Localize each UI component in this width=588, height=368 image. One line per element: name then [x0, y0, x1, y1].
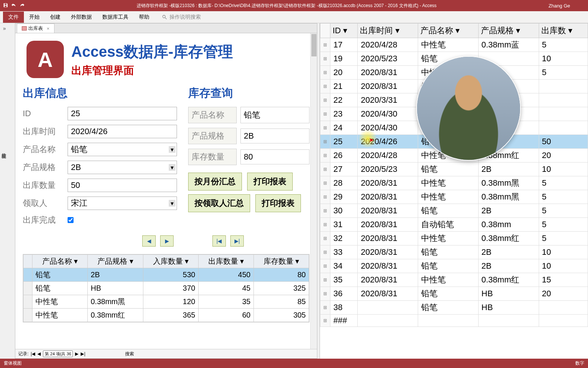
stock-query-title: 库存查询 — [188, 86, 309, 101]
datasheet-header[interactable]: ID ▾ — [330, 24, 358, 38]
time-field[interactable] — [68, 125, 177, 138]
svg-point-0 — [163, 15, 165, 18]
user-name[interactable]: Zhang Ge — [548, 3, 585, 9]
prev-record-button[interactable]: ◀ — [142, 235, 156, 247]
time-label: 出库时间 — [23, 126, 64, 137]
summary-header[interactable]: 入库数量 ▾ — [143, 255, 198, 268]
last-record-button[interactable]: ▶| — [230, 235, 244, 247]
datasheet-row[interactable]: ⊞272020/5/23铅笔2B10 — [320, 163, 588, 176]
spec-label: 产品规格 — [23, 162, 64, 173]
tab-bar: 出库表 × — [15, 24, 317, 33]
numlock-label: 数字 — [575, 360, 584, 367]
person-label: 领取人 — [23, 198, 64, 209]
record-navigator: 记录: |◀ ◀ ▶ ▶| 搜索 — [15, 349, 317, 358]
datasheet-header[interactable]: 产品名称 ▾ — [418, 24, 478, 38]
spec-dropdown[interactable] — [68, 161, 177, 174]
ribbon-create[interactable]: 创建 — [45, 12, 66, 23]
datasheet-row[interactable]: ⊞342020/8/31铅笔2B10 — [320, 259, 588, 273]
nav-next-icon[interactable]: ▶ — [75, 351, 78, 356]
nav-first-icon[interactable]: |◀ — [31, 351, 35, 356]
stock-summary-table: 产品名称 ▾产品规格 ▾入库数量 ▾出库数量 ▾库存数量 ▾铅笔2B530450… — [23, 254, 309, 322]
person-dropdown[interactable] — [68, 197, 177, 210]
first-record-button[interactable]: |◀ — [212, 235, 226, 247]
datasheet-row[interactable]: ⊞302020/8/31铅笔2B5 — [320, 204, 588, 218]
print-report-1-button[interactable]: 打印报表 — [247, 173, 293, 191]
datasheet-row[interactable]: ⊞282020/8/31中性笔0.38mm黑5 — [320, 176, 588, 190]
summary-header[interactable]: 产品名称 ▾ — [32, 255, 88, 268]
datasheet-row[interactable]: ⊞292020/8/31中性笔0.38mm黑5 — [320, 190, 588, 204]
qty-label: 出库数量 — [23, 180, 64, 191]
form-icon — [22, 26, 27, 31]
datasheet-row[interactable]: ⊞### — [320, 315, 588, 327]
page-subtitle: 出库管理界面 — [71, 64, 233, 78]
datasheet-row[interactable]: ⊞332020/8/31铅笔2B10 — [320, 245, 588, 259]
q-qty-label: 库存数量 — [188, 149, 237, 165]
done-label: 出库完成 — [23, 214, 64, 226]
datasheet-row[interactable]: ⊞322020/8/31中性笔0.38mm红5 — [320, 232, 588, 245]
webcam-overlay — [416, 56, 521, 161]
datasheet-row[interactable]: ⊞38铅笔HB — [320, 301, 588, 315]
record-position[interactable] — [43, 350, 73, 357]
q-spec-value: 2B — [240, 129, 309, 143]
access-logo: A — [27, 41, 64, 78]
print-report-2-button[interactable]: 打印报表 — [255, 194, 301, 212]
summary-header[interactable]: 库存数量 ▾ — [253, 255, 309, 268]
next-record-button[interactable]: ▶ — [160, 235, 174, 247]
redo-icon[interactable] — [19, 3, 25, 9]
ribbon-menu: 文件 开始 创建 外部数据 数据库工具 帮助 操作说明搜索 — [0, 11, 588, 23]
table-row[interactable]: 中性笔0.38mm黑1203585 — [24, 295, 309, 309]
save-icon[interactable] — [3, 3, 8, 9]
q-name-label: 产品名称 — [188, 107, 237, 123]
datasheet-header[interactable]: 出库时间 ▾ — [358, 24, 418, 38]
datasheet-row[interactable]: ⊞352020/8/31中性笔0.38mm红15 — [320, 273, 588, 287]
chevron-down-icon[interactable]: ▾ — [169, 146, 175, 153]
datasheet-row[interactable]: ⊞362020/8/31铅笔HB20 — [320, 287, 588, 301]
window-title: 进销存软件框架 -横版210326 : 数据库- D:\OneDrive\DB\… — [25, 3, 548, 9]
table-row[interactable]: 铅笔2B53045080 — [24, 268, 309, 282]
chevron-down-icon[interactable]: ▾ — [169, 200, 175, 207]
ribbon-dbtools[interactable]: 数据库工具 — [97, 12, 134, 23]
id-field[interactable] — [68, 107, 177, 120]
datasheet-row[interactable]: ⊞172020/4/28中性笔0.38mm蓝5 — [320, 38, 588, 52]
q-name-value: 铅笔 — [240, 107, 309, 123]
product-name-dropdown[interactable] — [68, 143, 177, 156]
tell-me-search[interactable]: 操作说明搜索 — [162, 14, 201, 21]
page-title: Access数据库-库存管理 — [71, 41, 233, 62]
form-pane: 出库表 × A Access数据库-库存管理 出库管理界面 出库信息 ID — [15, 23, 317, 359]
svg-rect-2 — [22, 27, 27, 31]
titlebar: 进销存软件框架 -横版210326 : 数据库- D:\OneDrive\DB\… — [0, 0, 588, 11]
qty-field[interactable] — [68, 179, 177, 192]
id-label: ID — [23, 109, 64, 118]
datasheet-row[interactable]: ⊞312020/8/31自动铅笔0.38mm5 — [320, 218, 588, 232]
nav-last-icon[interactable]: ▶| — [81, 351, 85, 356]
outbound-info-title: 出库信息 — [23, 86, 177, 101]
summary-by-month-button[interactable]: 按月份汇总 — [188, 173, 242, 191]
close-icon[interactable]: × — [47, 26, 50, 31]
vertical-scrollbar[interactable] — [310, 33, 317, 350]
ribbon-external[interactable]: 外部数据 — [66, 12, 97, 23]
table-row[interactable]: 中性笔0.38mm红36560305 — [24, 309, 309, 322]
q-qty-value: 80 — [240, 149, 309, 164]
ribbon-file[interactable]: 文件 — [3, 12, 24, 23]
nav-prev-icon[interactable]: ◀ — [37, 351, 41, 356]
svg-line-1 — [165, 17, 167, 19]
undo-icon[interactable] — [11, 3, 16, 9]
done-checkbox[interactable] — [68, 217, 74, 223]
ribbon-help[interactable]: 帮助 — [134, 12, 155, 23]
ribbon-home[interactable]: 开始 — [24, 12, 45, 23]
table-row[interactable]: 铅笔HB37045325 — [24, 282, 309, 295]
chevron-down-icon[interactable]: ▾ — [169, 164, 175, 171]
q-spec-label: 产品规格 — [188, 128, 237, 144]
view-mode-label: 窗体视图 — [4, 360, 22, 367]
summary-header[interactable]: 出库数量 ▾ — [198, 255, 253, 268]
summary-header[interactable]: 产品规格 ▾ — [88, 255, 143, 268]
tab-outbound[interactable]: 出库表 × — [17, 24, 55, 33]
product-name-label: 产品名称 — [23, 144, 64, 155]
search-label: 搜索 — [125, 351, 134, 357]
statusbar: 窗体视图 数字 — [0, 359, 588, 368]
datasheet-header[interactable]: 产品规格 ▾ — [478, 24, 539, 38]
datasheet-header[interactable]: 出库数 ▾ — [539, 24, 588, 38]
summary-by-person-button[interactable]: 按领取人汇总 — [188, 194, 250, 212]
